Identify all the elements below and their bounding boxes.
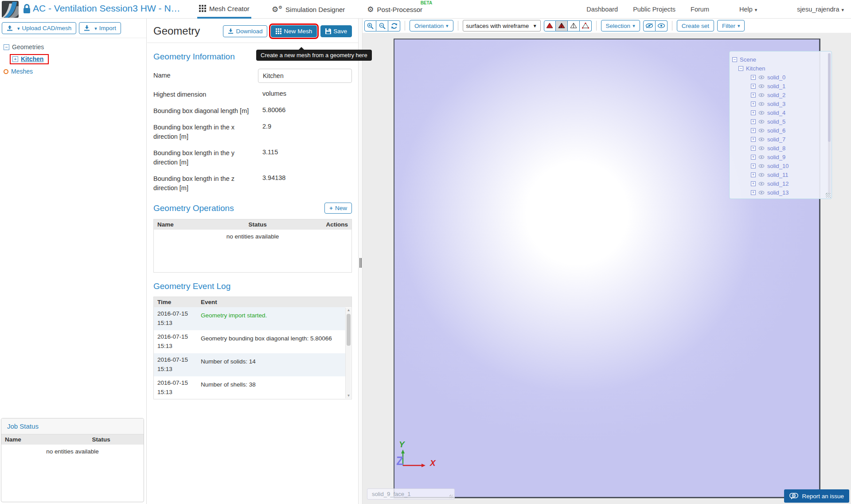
solid-label[interactable]: solid_6	[767, 127, 785, 134]
scroll-down-arrow[interactable]: ▼	[346, 393, 351, 399]
render-surfaces-button[interactable]	[544, 20, 556, 31]
solid-label[interactable]: solid_4	[767, 109, 785, 116]
geometry-name-input[interactable]	[258, 69, 352, 83]
panel-splitter[interactable]	[358, 19, 363, 504]
tree-node-geometries[interactable]: Geometries	[4, 43, 143, 51]
eye-icon[interactable]	[758, 146, 765, 150]
hide-selected-button[interactable]	[643, 20, 656, 31]
solid-label[interactable]: solid_3	[767, 101, 785, 107]
user-menu[interactable]: sjesu_rajendra	[797, 6, 844, 13]
nav-link[interactable]: Forum	[691, 6, 709, 13]
nav-link[interactable]: Dashboard	[586, 6, 618, 13]
solid-label[interactable]: solid_1	[767, 83, 785, 90]
eye-icon[interactable]	[758, 75, 765, 79]
solid-node[interactable]: solid_0	[751, 73, 829, 82]
solid-label[interactable]: solid_9	[767, 154, 785, 160]
render-mode-select[interactable]: surfaces with wireframe ▼	[463, 20, 541, 31]
eye-icon[interactable]	[758, 120, 765, 124]
collapse-icon[interactable]	[738, 66, 743, 71]
tab-simulation-designer[interactable]: ⚙⚙ Simulation Designer	[270, 0, 347, 19]
selection-dropdown[interactable]: Selection	[601, 20, 640, 31]
render-wireframe-button[interactable]	[568, 20, 580, 31]
scene-tree-scrollbar[interactable]	[828, 53, 831, 194]
create-set-button[interactable]: Create set	[677, 20, 714, 31]
solid-node[interactable]: solid_12	[751, 179, 829, 188]
eye-icon[interactable]	[758, 164, 765, 168]
event-log-scrollbar[interactable]: ▲ ▼	[345, 308, 351, 399]
expand-icon[interactable]	[751, 146, 756, 151]
expand-icon[interactable]	[751, 172, 756, 177]
show-selected-button[interactable]	[656, 20, 668, 31]
new-mesh-button[interactable]: New Mesh	[271, 25, 317, 37]
expand-icon[interactable]	[751, 93, 756, 98]
scene-label[interactable]: Scene	[740, 56, 756, 63]
scene-kitchen-node[interactable]: Kitchen	[738, 64, 829, 73]
scroll-thumb[interactable]	[347, 314, 351, 346]
expand-icon[interactable]	[751, 164, 756, 168]
solid-label[interactable]: solid_13	[767, 189, 789, 196]
resize-grip-icon[interactable]	[826, 193, 831, 198]
tree-node-meshes[interactable]: Meshes	[4, 68, 143, 75]
solid-node[interactable]: solid_13	[751, 188, 829, 197]
eye-icon[interactable]	[758, 191, 765, 195]
expand-icon[interactable]	[751, 181, 756, 186]
expand-icon[interactable]	[751, 155, 756, 160]
solid-node[interactable]: solid_1	[751, 82, 829, 90]
collapse-icon[interactable]	[4, 44, 9, 50]
download-button[interactable]: Download	[223, 25, 267, 37]
expand-icon[interactable]	[751, 75, 756, 80]
expand-icon[interactable]	[751, 102, 756, 106]
solid-node[interactable]: solid_9	[751, 152, 829, 161]
solid-label[interactable]: solid_8	[767, 145, 785, 152]
solid-label[interactable]: solid_10	[767, 163, 789, 169]
solid-node[interactable]: solid_4	[751, 108, 829, 117]
expand-icon[interactable]	[751, 190, 756, 195]
kitchen-link[interactable]: Kitchen	[21, 55, 43, 63]
tab-mesh-creator[interactable]: Mesh Creator	[197, 0, 251, 19]
nav-link[interactable]: Public Projects	[633, 6, 675, 13]
solid-node[interactable]: solid_8	[751, 144, 829, 152]
solid-label[interactable]: solid_5	[767, 118, 785, 125]
eye-icon[interactable]	[758, 137, 765, 141]
solid-label[interactable]: solid_12	[767, 180, 789, 187]
render-points-button[interactable]	[580, 20, 592, 31]
app-logo[interactable]	[2, 1, 19, 18]
new-operation-button[interactable]: +New	[324, 203, 352, 214]
import-button[interactable]: Import	[79, 22, 121, 34]
expand-icon[interactable]	[12, 56, 18, 62]
solid-node[interactable]: solid_11	[751, 170, 829, 179]
tab-post-processor[interactable]: ⚙ Post-Processor BETA	[365, 0, 424, 19]
project-title[interactable]: AC - Ventilation Session3 HW - N…	[33, 3, 180, 14]
collapse-icon[interactable]	[732, 57, 737, 62]
eye-icon[interactable]	[758, 84, 765, 88]
eye-icon[interactable]	[758, 93, 765, 97]
refresh-view-button[interactable]	[388, 20, 400, 31]
expand-icon[interactable]	[751, 119, 756, 124]
orientation-dropdown[interactable]: Orientation	[410, 20, 453, 31]
solid-label[interactable]: solid_11	[767, 172, 788, 178]
zoom-in-button[interactable]	[364, 20, 376, 31]
solid-node[interactable]: solid_5	[751, 117, 829, 126]
help-menu[interactable]: Help	[739, 6, 757, 13]
filter-dropdown[interactable]: Filter	[717, 20, 745, 31]
solid-node[interactable]: solid_10	[751, 161, 829, 170]
eye-icon[interactable]	[758, 155, 765, 159]
viewer-canvas[interactable]: Scene Kitchen solid_0	[363, 33, 851, 504]
upload-cad-mesh-button[interactable]: Upload CAD/mesh	[2, 22, 76, 34]
eye-icon[interactable]	[758, 102, 765, 106]
scroll-up-arrow[interactable]: ▲	[346, 308, 351, 313]
expand-icon[interactable]	[751, 84, 756, 89]
expand-icon[interactable]	[751, 128, 756, 133]
eye-icon[interactable]	[758, 129, 765, 133]
save-button[interactable]: Save	[320, 25, 352, 37]
scene-root-node[interactable]: Scene	[732, 55, 829, 64]
solid-node[interactable]: solid_6	[751, 126, 829, 135]
eye-icon[interactable]	[758, 173, 765, 177]
eye-icon[interactable]	[758, 182, 765, 186]
solid-node[interactable]: solid_7	[751, 135, 829, 144]
solid-node[interactable]: solid_2	[751, 90, 829, 99]
solid-label[interactable]: solid_2	[767, 92, 785, 98]
expand-icon[interactable]	[751, 110, 756, 115]
expand-icon[interactable]	[751, 137, 756, 142]
eye-icon[interactable]	[758, 111, 765, 115]
